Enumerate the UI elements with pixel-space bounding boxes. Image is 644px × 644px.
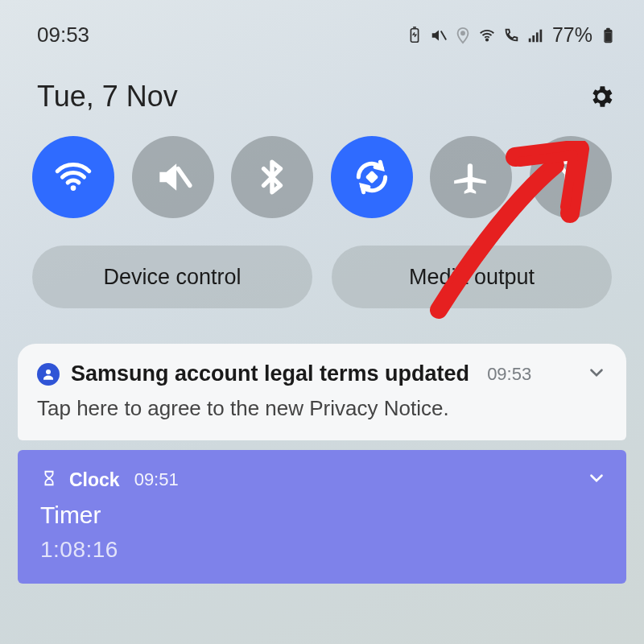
svg-rect-9 <box>606 27 610 30</box>
status-bar: 09:53 77% <box>0 0 644 47</box>
svg-point-2 <box>461 31 464 35</box>
svg-rect-4 <box>529 38 531 42</box>
status-time: 09:53 <box>37 23 89 47</box>
svg-point-16 <box>46 369 51 374</box>
svg-rect-14 <box>365 171 378 184</box>
media-output-button[interactable]: Media output <box>332 246 612 308</box>
svg-line-13 <box>178 169 190 186</box>
timer-countdown: 1:08:16 <box>40 537 607 563</box>
volte-call-icon <box>502 27 520 44</box>
svg-point-3 <box>486 39 488 40</box>
notification-app-name: Clock <box>69 469 120 491</box>
notification-samsung-account[interactable]: Samsung account legal terms updated 09:5… <box>18 344 626 440</box>
bluetooth-toggle[interactable] <box>231 136 313 218</box>
notification-clock-timer[interactable]: Clock 09:51 Timer 1:08:16 <box>18 450 626 584</box>
wifi-icon <box>478 27 496 44</box>
battery-icon <box>599 27 617 44</box>
svg-rect-7 <box>539 29 542 42</box>
chevron-down-icon[interactable] <box>586 468 607 492</box>
location-icon <box>454 27 472 44</box>
timer-title: Timer <box>40 502 607 529</box>
svg-rect-6 <box>536 32 539 42</box>
svg-point-12 <box>71 185 76 191</box>
device-control-button[interactable]: Device control <box>32 246 312 308</box>
quick-settings-row <box>0 114 644 218</box>
sound-toggle[interactable] <box>132 136 214 218</box>
auto-rotate-toggle[interactable] <box>331 136 413 218</box>
hourglass-icon <box>40 469 58 490</box>
wifi-toggle[interactable] <box>32 136 114 218</box>
device-control-label: Device control <box>103 265 241 290</box>
svg-rect-5 <box>532 35 535 42</box>
person-icon <box>37 363 60 386</box>
battery-percent: 77% <box>552 23 592 47</box>
status-icons: 77% <box>406 23 617 47</box>
notification-time: 09:53 <box>487 364 531 385</box>
media-output-label: Media output <box>409 265 535 290</box>
notification-body: Tap here to agree to the new Privacy Not… <box>37 394 607 423</box>
signal-icon <box>526 27 544 44</box>
svg-line-1 <box>441 31 446 39</box>
chevron-down-icon[interactable] <box>586 362 607 386</box>
svg-rect-11 <box>605 32 611 41</box>
notification-title: Samsung account legal terms updated <box>71 361 469 386</box>
settings-button[interactable] <box>588 83 615 110</box>
svg-rect-0 <box>411 28 418 42</box>
battery-saver-icon <box>406 27 423 44</box>
airplane-toggle[interactable] <box>430 136 512 218</box>
notification-time: 09:51 <box>134 469 179 490</box>
mute-icon <box>430 27 448 44</box>
flashlight-toggle[interactable] <box>530 136 612 218</box>
date-label: Tue, 7 Nov <box>37 80 178 114</box>
